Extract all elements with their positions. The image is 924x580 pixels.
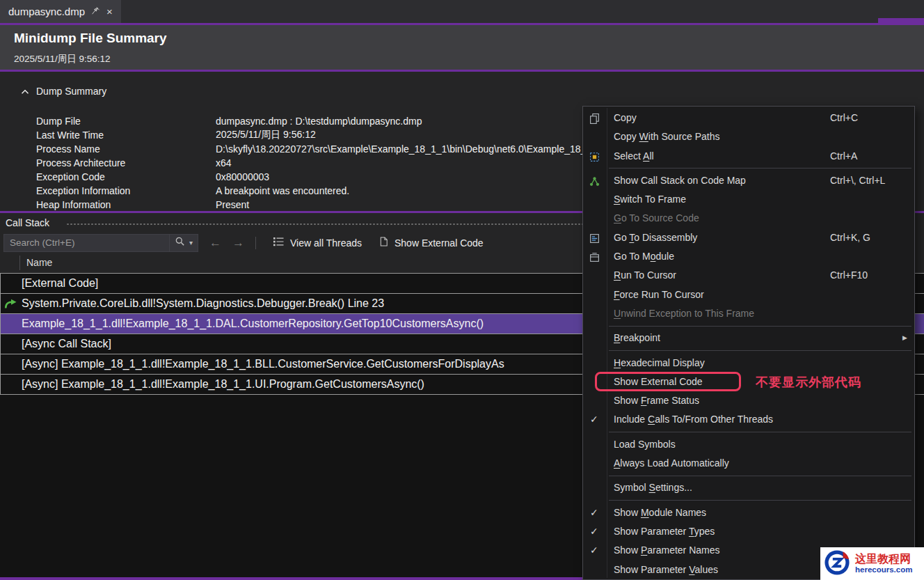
check-icon: ✓ (590, 541, 598, 560)
frame-text: [External Code] (22, 277, 98, 290)
menu-item-label: Force Run To Cursor (614, 289, 704, 300)
frame-text: [Async] Example_18_1_1.dll!Example_18_1_… (22, 378, 424, 391)
search-icons: ▾ (169, 235, 198, 251)
menu-item-include-calls-to-from-other-threads[interactable]: ✓Include Calls To/From Other Threads (583, 410, 914, 429)
caret-down-icon[interactable]: ▾ (189, 239, 193, 246)
menu-item-copy[interactable]: CopyCtrl+C (583, 109, 914, 127)
field-value: Present (216, 199, 249, 210)
menu-item-label: Go To Disassembly (614, 232, 697, 243)
code-map-icon (589, 175, 600, 187)
menu-shortcut: Ctrl+C (830, 109, 858, 127)
menu-item-label: Copy With Source Paths (614, 131, 720, 142)
menu-item-label: Hexadecimal Display (614, 357, 705, 368)
current-frame-icon (4, 299, 18, 309)
minidump-summary-header: Minidump File Summary 2025/5/11/周日 9:56:… (0, 25, 924, 70)
disassembly-icon (589, 232, 600, 244)
search-icon[interactable] (175, 236, 185, 249)
menu-item-switch-to-frame[interactable]: Switch To Frame (583, 190, 914, 209)
menu-separator (609, 476, 911, 476)
show-external-code-button[interactable]: Show External Code (370, 233, 492, 253)
menu-item-select-all[interactable]: Select AllCtrl+A (583, 147, 914, 166)
menu-shortcut: Ctrl+F10 (830, 266, 868, 285)
menu-item-breakpoint[interactable]: Breakpoint▶ (583, 329, 914, 347)
menu-item-label: Select All (614, 150, 654, 162)
column-gutter-line (19, 256, 20, 270)
view-all-threads-button[interactable]: View all Threads (264, 233, 370, 253)
threads-icon (273, 236, 285, 249)
tab-title: dumpasync.dmp (8, 6, 85, 17)
menu-separator (609, 326, 911, 327)
field-label: Exception Information (36, 185, 216, 196)
menu-item-hexadecimal-display[interactable]: Hexadecimal Display (583, 354, 914, 373)
field-value: 2025/5/11/周日 9:56:12 (216, 129, 316, 141)
document-tab-bar: dumpasync.dmp × (0, 0, 924, 23)
frame-text: [Async Call Stack] (22, 338, 111, 350)
menu-item-label: Show Frame Status (614, 395, 699, 406)
menu-item-run-to-cursor[interactable]: Run To CursorCtrl+F10 (583, 266, 914, 285)
watermark-text: 这里教程网 herecours.com (855, 552, 912, 575)
section-divider (0, 70, 924, 72)
forward-arrow-icon[interactable]: → (232, 236, 244, 250)
module-icon (589, 251, 600, 262)
menu-item-go-to-module[interactable]: Go To Module (583, 247, 914, 266)
field-label: Exception Code (36, 171, 216, 182)
field-value: x64 (216, 157, 232, 168)
call-stack-context-menu: CopyCtrl+CCopy With Source PathsSelect A… (582, 106, 915, 580)
menu-item-always-load-automatically[interactable]: Always Load Automatically (583, 454, 914, 473)
menu-item-load-symbols[interactable]: Load Symbols (583, 435, 914, 454)
menu-shortcut: Ctrl+\, Ctrl+L (830, 171, 885, 190)
pin-icon[interactable] (91, 6, 100, 17)
menu-item-copy-with-source-paths[interactable]: Copy With Source Paths (583, 127, 914, 146)
menu-separator (609, 168, 911, 168)
menu-item-label: Show Parameter Values (614, 564, 718, 575)
back-arrow-icon[interactable]: ← (209, 236, 221, 250)
frame-text: [Async] Example_18_1_1.dll!Example_18_1_… (22, 358, 504, 370)
field-value: dumpasync.dmp : D:\testdump\dumpasync.dm… (216, 116, 422, 127)
menu-item-label: Switch To Frame (614, 194, 686, 205)
menu-item-show-frame-status[interactable]: Show Frame Status (583, 391, 914, 410)
menu-item-symbol-settings[interactable]: Symbol Settings... (583, 478, 914, 497)
menu-separator (609, 500, 911, 501)
frame-text: System.Private.CoreLib.dll!System.Diagno… (22, 297, 384, 310)
menu-item-show-parameter-types[interactable]: ✓Show Parameter Types (583, 522, 914, 541)
submenu-arrow-icon: ▶ (902, 329, 907, 347)
check-icon: ✓ (590, 410, 598, 429)
toolbar-separator (255, 237, 256, 249)
menu-item-label: Run To Cursor (614, 269, 676, 281)
document-tab[interactable]: dumpasync.dmp × (0, 0, 121, 23)
field-value: A breakpoint was encountered. (216, 185, 349, 196)
menu-item-go-to-source-code: Go To Source Code (583, 209, 914, 228)
menu-item-label: Show Parameter Types (614, 526, 715, 537)
menu-item-label: Symbol Settings... (614, 482, 692, 493)
field-label: Process Architecture (36, 157, 216, 168)
menu-item-force-run-to-cursor[interactable]: Force Run To Cursor (583, 285, 914, 304)
select-all-icon (589, 150, 600, 162)
search-placeholder: Search (Ctrl+E) (4, 237, 169, 248)
menu-item-show-call-stack-on-code-map[interactable]: Show Call Stack on Code MapCtrl+\, Ctrl+… (583, 171, 914, 190)
field-label: Dump File (36, 116, 216, 127)
menu-shortcut: Ctrl+K, G (830, 228, 870, 247)
search-input[interactable]: Search (Ctrl+E) ▾ (3, 234, 198, 252)
watermark-site-url: herecours.com (855, 565, 912, 575)
close-icon[interactable]: × (106, 6, 113, 17)
dump-summary-collapse[interactable]: Dump Summary (21, 86, 106, 97)
name-column-header[interactable]: Name (26, 253, 52, 273)
watermark: 这里教程网 herecours.com (820, 547, 924, 580)
menu-item-show-external-code[interactable]: Show External Code (583, 373, 914, 391)
dump-timestamp: 2025/5/11/周日 9:56:12 (14, 53, 111, 65)
menu-item-label: Breakpoint (614, 332, 660, 343)
menu-item-label: Include Calls To/From Other Threads (614, 414, 773, 425)
field-label: Heap Information (36, 199, 216, 210)
menu-separator (609, 350, 911, 351)
menu-item-label: Show Module Names (614, 507, 706, 518)
menu-item-label: Show Parameter Names (614, 544, 720, 556)
menu-item-show-module-names[interactable]: ✓Show Module Names (583, 503, 914, 522)
field-value: D:\skyfly\18.20220727\src\Example\Exampl… (216, 143, 586, 155)
copy-icon (589, 112, 600, 124)
menu-item-label: Go To Source Code (614, 212, 699, 224)
page-title: Minidump File Summary (14, 31, 167, 46)
show-external-code-label: Show External Code (395, 237, 484, 249)
field-label: Last Write Time (36, 130, 216, 141)
menu-item-go-to-disassembly[interactable]: Go To DisassemblyCtrl+K, G (583, 228, 914, 247)
section-title: Dump Summary (36, 86, 106, 97)
